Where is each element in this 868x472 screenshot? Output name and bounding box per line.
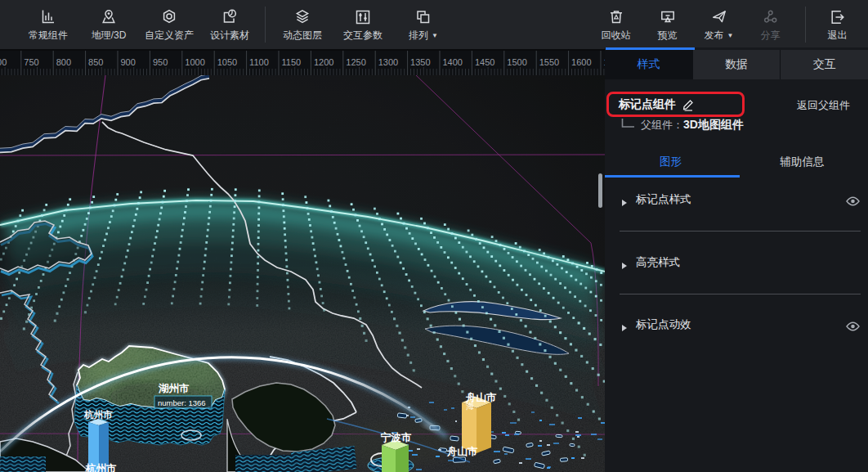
svg-text:舟山市: 舟山市 <box>465 392 497 403</box>
svg-text:800: 800 <box>56 57 71 67</box>
svg-text:1150: 1150 <box>282 57 302 67</box>
svg-text:1400: 1400 <box>443 57 463 67</box>
svg-text:1350: 1350 <box>410 57 430 67</box>
svg-text:1550: 1550 <box>539 57 559 67</box>
svg-text:1600: 1600 <box>571 57 591 67</box>
svg-text:杭州市: 杭州市 <box>83 409 113 420</box>
svg-text:杭州市: 杭州市 <box>85 462 117 472</box>
svg-text:900: 900 <box>121 57 136 67</box>
svg-text:1300: 1300 <box>378 57 398 67</box>
svg-text:850: 850 <box>88 57 103 67</box>
svg-text:number: 1366: number: 1366 <box>158 398 206 407</box>
svg-text:950: 950 <box>153 57 168 67</box>
svg-text:1000: 1000 <box>185 57 204 67</box>
svg-text:舟山市: 舟山市 <box>446 446 478 457</box>
svg-text:宁波市: 宁波市 <box>380 431 412 443</box>
svg-text:1200: 1200 <box>314 57 333 67</box>
svg-text:1050: 1050 <box>217 57 237 67</box>
svg-text:1500: 1500 <box>507 57 526 67</box>
svg-text:1100: 1100 <box>249 57 269 67</box>
svg-text:750: 750 <box>24 57 38 67</box>
svg-text:湖州市: 湖州市 <box>158 383 190 394</box>
svg-text:1450: 1450 <box>475 57 494 67</box>
svg-text:1250: 1250 <box>346 57 365 67</box>
svg-text:700: 700 <box>0 57 7 67</box>
